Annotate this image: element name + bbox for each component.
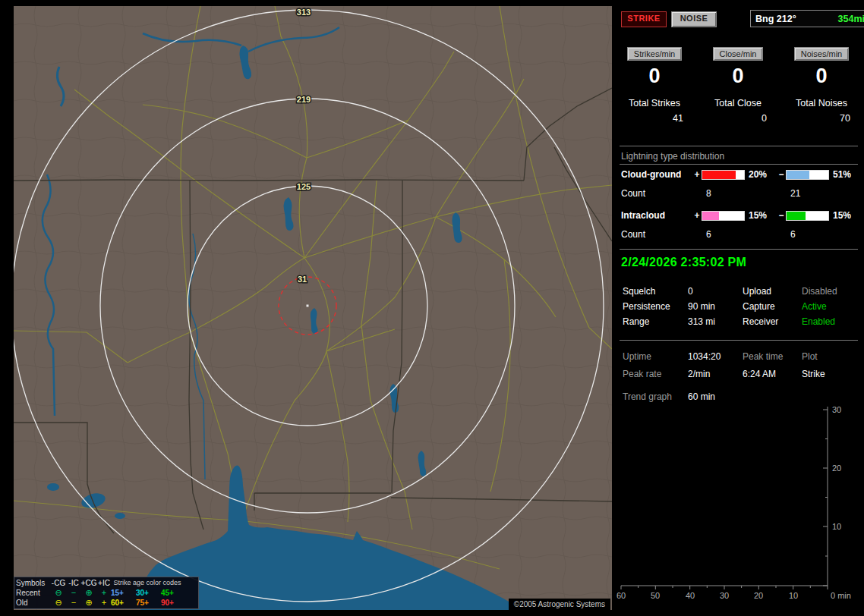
trend-graph: 30 20 10 60 50 40 30 20 10 0 min — [612, 401, 864, 613]
neg-ic-icon: − — [67, 589, 80, 597]
uptime-value: 1034:20 — [688, 351, 743, 362]
plot-value: Strike — [802, 369, 862, 379]
peak-time-value: 6:24 AM — [743, 369, 802, 379]
age-30: 30+ — [136, 588, 161, 598]
age-15: 15+ — [111, 588, 136, 598]
plus-sign: + — [692, 169, 702, 180]
age-75: 75+ — [136, 598, 161, 608]
total-close-label: Total Close — [698, 98, 777, 108]
strikes-per-min-label: Strikes/min — [627, 47, 682, 61]
ic-count-row: Count 6 6 — [621, 229, 859, 240]
squelch-label: Squelch — [623, 286, 688, 297]
distribution-title: Lightning type distribution — [621, 151, 724, 162]
settings-row: Range 313 mi Receiver Enabled — [623, 314, 862, 329]
count-label: Count — [621, 229, 692, 240]
cg-negative-count: 21 — [786, 188, 829, 199]
legend-recent-label: Recent — [16, 588, 50, 598]
peak-time-label: Peak time — [743, 351, 802, 362]
copyright-text: ©2005 Astrogenic Systems — [509, 599, 610, 610]
graph-labels: 30 20 10 60 50 40 30 20 10 0 min — [616, 405, 851, 600]
legend-header-row: Symbols -CG -IC +CG +IC Strike age color… — [16, 578, 197, 588]
strikes-column: Strikes/min 0 Total Strikes 41 — [615, 47, 694, 124]
map-canvas: 313 219 125 31 — [14, 6, 612, 610]
graph-axes — [621, 407, 828, 589]
status-panel: STRIKE NOISE Bng 212° 354mi Strikes/min … — [612, 0, 864, 616]
cg-count-row: Count 8 21 — [621, 188, 859, 199]
plot-label: Plot — [802, 351, 862, 362]
stats-row: Uptime 1034:20 Peak time Plot — [623, 349, 862, 364]
ring-label-219: 219 — [297, 95, 311, 104]
plus-sign: + — [692, 210, 702, 221]
legend-symbols-header: Symbols — [16, 578, 50, 588]
cg-negative-bar — [786, 170, 829, 180]
persistence-label: Persistence — [623, 301, 688, 312]
total-noises-value: 70 — [782, 113, 861, 124]
legend-age-header: Strike age color codes — [111, 578, 184, 588]
intracloud-row: Intracloud + 15% − 15% — [621, 210, 859, 221]
ic-negative-bar — [786, 211, 829, 221]
app-window: 313 219 125 31 Symbols -CG -IC +CG +IC S… — [0, 0, 864, 616]
neg-ic-icon: − — [67, 599, 80, 607]
y-label-10: 10 — [832, 522, 841, 531]
receiver-status: Enabled — [802, 316, 862, 327]
pos-cg-icon: ⊕ — [80, 599, 97, 607]
x-label-30: 30 — [720, 591, 729, 600]
divider — [620, 249, 858, 250]
bearing-distance: 354mi — [838, 14, 864, 24]
cloud-ground-label: Cloud-ground — [621, 169, 692, 180]
map-legend: Symbols -CG -IC +CG +IC Strike age color… — [14, 577, 199, 609]
bearing-display: Bng 212° 354mi — [750, 10, 864, 27]
divider — [620, 146, 858, 146]
range-value: 313 mi — [688, 316, 743, 327]
lightning-map[interactable]: 313 219 125 31 Symbols -CG -IC +CG +IC S… — [14, 6, 612, 610]
minus-sign: − — [777, 210, 786, 221]
squelch-value: 0 — [688, 286, 743, 297]
age-60: 60+ — [111, 598, 136, 608]
total-strikes-value: 41 — [615, 113, 694, 124]
settings-row: Squelch 0 Upload Disabled — [623, 284, 862, 299]
pos-ic-icon: + — [97, 589, 111, 597]
cg-positive-count: 8 — [702, 188, 745, 199]
divider — [620, 340, 858, 341]
origin-label: 0 min — [831, 591, 851, 600]
pos-ic-icon: + — [97, 599, 111, 607]
noises-per-min-label: Noises/min — [794, 47, 849, 61]
ring-label-31: 31 — [298, 275, 307, 284]
capture-label: Capture — [743, 301, 802, 312]
ic-negative-pct: 15% — [829, 210, 859, 221]
stats-row: Peak rate 2/min 6:24 AM Strike — [623, 366, 862, 382]
cloud-ground-row: Cloud-ground + 20% − 51% — [621, 169, 859, 180]
legend-old-row: Old ⊖ − ⊕ + 60+ 75+ 90+ — [16, 598, 197, 608]
ring-label-125: 125 — [297, 182, 311, 191]
range-label: Range — [623, 316, 688, 327]
legend-old-label: Old — [16, 598, 50, 608]
x-label-40: 40 — [686, 591, 695, 600]
peak-rate-label: Peak rate — [623, 369, 688, 379]
uptime-label: Uptime — [623, 351, 688, 362]
datetime-display: 2/24/2026 2:35:02 PM — [621, 256, 746, 269]
noises-column: Noises/min 0 Total Noises 70 — [782, 47, 861, 124]
receiver-label: Receiver — [743, 316, 802, 327]
age-90: 90+ — [161, 598, 184, 608]
total-noises-label: Total Noises — [782, 98, 861, 108]
total-strikes-label: Total Strikes — [615, 98, 694, 108]
x-label-20: 20 — [754, 591, 763, 600]
persistence-value: 90 min — [688, 301, 743, 312]
divider — [620, 164, 858, 165]
legend-col-pos-cg: +CG — [80, 578, 97, 588]
ring-label-313: 313 — [297, 8, 311, 17]
pos-cg-icon: ⊕ — [80, 589, 97, 597]
ic-negative-count: 6 — [786, 229, 829, 240]
upload-status: Disabled — [802, 286, 862, 297]
x-label-60: 60 — [616, 591, 626, 600]
receiver-marker — [307, 305, 309, 307]
legend-recent-row: Recent ⊖ − ⊕ + 15+ 30+ 45+ — [16, 588, 197, 598]
noise-button[interactable]: NOISE — [671, 11, 717, 27]
neg-cg-icon: ⊖ — [50, 589, 67, 597]
legend-col-neg-cg: -CG — [50, 578, 67, 588]
close-column: Close/min 0 Total Close 0 — [698, 47, 777, 124]
strike-button[interactable]: STRIKE — [621, 11, 667, 27]
legend-col-neg-ic: -IC — [67, 578, 80, 588]
total-close-value: 0 — [698, 113, 777, 124]
cg-negative-pct: 51% — [829, 169, 859, 180]
